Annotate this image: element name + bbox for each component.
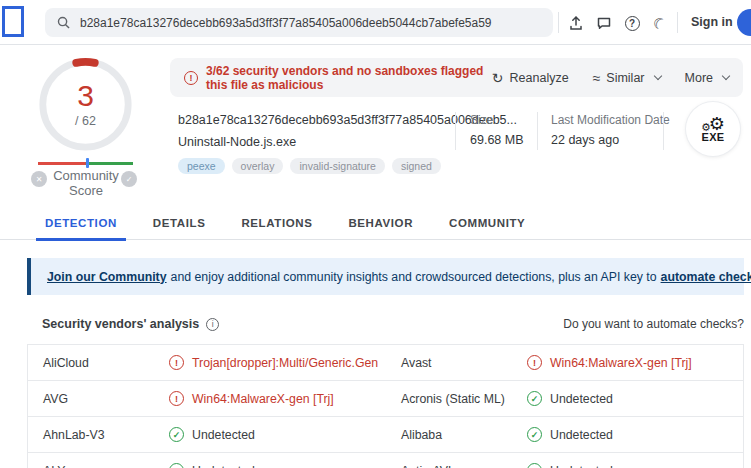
vendor-result: Undetected xyxy=(550,428,613,442)
table-row: AhnLab-V3 ✓ Undetected Alibaba ✓ Undetec… xyxy=(28,417,743,453)
header-divider xyxy=(677,12,678,33)
file-type-label: EXE xyxy=(702,131,725,143)
last-modification-value: 22 days ago xyxy=(551,133,619,147)
join-community-link[interactable]: Join our Community xyxy=(47,270,167,284)
table-row: ALYac ✓ Undetected Antiy-AVL ✓ Undetecte… xyxy=(28,453,743,468)
status-icon: ! xyxy=(169,391,184,406)
header-divider xyxy=(558,12,559,33)
signup-button[interactable] xyxy=(737,9,751,36)
detection-alert-banner: ! 3/62 security vendors and no sandboxes… xyxy=(170,58,743,97)
info-icon[interactable]: i xyxy=(206,318,219,331)
tab-community[interactable]: COMMUNITY xyxy=(449,206,525,240)
search-icon xyxy=(57,16,70,29)
alert-message: 3/62 security vendors and no sandboxes f… xyxy=(206,64,492,92)
vendor-name: Acronis (Static ML) xyxy=(401,392,527,406)
status-icon: ✓ xyxy=(169,463,184,468)
file-name: Uninstall-Node.js.exe xyxy=(178,135,296,149)
help-icon[interactable]: ? xyxy=(622,13,642,33)
vendor-result: Win64:MalwareX-gen [Trj] xyxy=(550,356,692,370)
status-icon: ✓ xyxy=(527,463,542,468)
search-bar[interactable] xyxy=(45,8,553,37)
sign-in-button[interactable]: Sign in xyxy=(691,15,733,29)
vote-harmless-icon[interactable]: ✓ xyxy=(121,171,137,187)
last-modification-label: Last Modification Date xyxy=(551,113,670,127)
tab-detection[interactable]: DETECTION xyxy=(45,206,117,240)
community-promo-banner: Join our Community and enjoy additional … xyxy=(27,258,744,295)
dark-mode-icon[interactable]: ☾ xyxy=(650,13,670,33)
refresh-icon: ↻ xyxy=(492,71,504,85)
automate-checks-question[interactable]: Do you want to automate checks? xyxy=(563,317,744,331)
tag-overlay[interactable]: overlay xyxy=(232,158,284,174)
tab-behavior[interactable]: BEHAVIOR xyxy=(348,206,413,240)
reanalyze-button[interactable]: ↻ Reanalyze xyxy=(492,71,569,85)
search-input[interactable] xyxy=(80,16,541,30)
size-value: 69.68 MB xyxy=(470,133,524,147)
vendor-name: AhnLab-V3 xyxy=(28,428,169,442)
detections-total: / 62 xyxy=(75,114,96,128)
detection-score-ring: 3 / 62 xyxy=(37,56,134,153)
vendor-name: Antiy-AVL xyxy=(401,464,527,468)
report-tabs: DETECTION DETAILS RELATIONS BEHAVIOR COM… xyxy=(0,206,751,240)
file-type-badge: ⚙⚙ EXE xyxy=(686,102,740,156)
status-icon: ! xyxy=(169,355,184,370)
virustotal-file-report-page: ? ☾ Sign in 3 / 62 ✕ Community Score ✓ !… xyxy=(0,0,751,468)
status-icon: ✓ xyxy=(527,391,542,406)
meta-divider xyxy=(537,112,538,150)
meta-divider xyxy=(663,112,664,150)
file-tags: peexe overlay invalid-signature signed xyxy=(178,158,441,174)
vendor-result: Undetected xyxy=(550,392,613,406)
top-bar: ? ☾ Sign in xyxy=(0,0,751,45)
table-row: AliCloud ! Trojan[dropper]:Multi/Generic… xyxy=(28,345,743,381)
vendor-result: Undetected xyxy=(192,428,255,442)
similar-icon: ≈ xyxy=(593,71,601,85)
vendor-result: Undetected xyxy=(192,464,255,468)
vendor-name: Avast xyxy=(401,356,527,370)
tag-signed[interactable]: signed xyxy=(392,158,441,174)
tab-details[interactable]: DETAILS xyxy=(153,206,206,240)
tab-relations[interactable]: RELATIONS xyxy=(241,206,312,240)
status-icon: ! xyxy=(527,355,542,370)
alert-icon: ! xyxy=(184,71,198,85)
vendor-name: AVG xyxy=(28,392,169,406)
more-button[interactable]: More xyxy=(685,71,729,85)
promo-text: and enjoy additional community insights … xyxy=(171,270,657,284)
chevron-down-icon xyxy=(722,72,730,80)
vendor-name: ALYac xyxy=(28,464,169,468)
meta-divider xyxy=(455,112,456,150)
file-hash: b28a1e78ca13276decebb693a5d3ff3f77a85405… xyxy=(178,113,517,127)
tag-peexe[interactable]: peexe xyxy=(178,158,225,174)
community-score-label: Community Score xyxy=(45,168,127,199)
comment-icon[interactable] xyxy=(594,13,614,33)
vendor-name: AliCloud xyxy=(28,356,169,370)
community-score-marker xyxy=(86,158,89,168)
security-vendors-analysis-title: Security vendors' analysis i xyxy=(42,317,219,331)
status-icon: ✓ xyxy=(527,427,542,442)
detections-count: 3 xyxy=(77,81,94,111)
vendor-result: Trojan[dropper]:Multi/Generic.Gen xyxy=(192,356,378,370)
vendor-name: Alibaba xyxy=(401,428,527,442)
upload-icon[interactable] xyxy=(566,13,586,33)
vendor-result: Win64:MalwareX-gen [Trj] xyxy=(192,392,334,406)
tag-invalid-signature[interactable]: invalid-signature xyxy=(290,158,384,174)
virustotal-logo[interactable] xyxy=(2,6,24,37)
table-row: AVG ! Win64:MalwareX-gen [Trj] Acronis (… xyxy=(28,381,743,417)
size-label: Size xyxy=(470,113,493,127)
status-icon: ✓ xyxy=(169,427,184,442)
vendor-result: Undetected xyxy=(550,464,613,468)
similar-button[interactable]: ≈ Similar xyxy=(593,71,661,85)
vendors-table: AliCloud ! Trojan[dropper]:Multi/Generic… xyxy=(27,344,744,468)
chevron-down-icon xyxy=(653,72,661,80)
automate-checks-link[interactable]: automate checks. xyxy=(661,270,751,284)
